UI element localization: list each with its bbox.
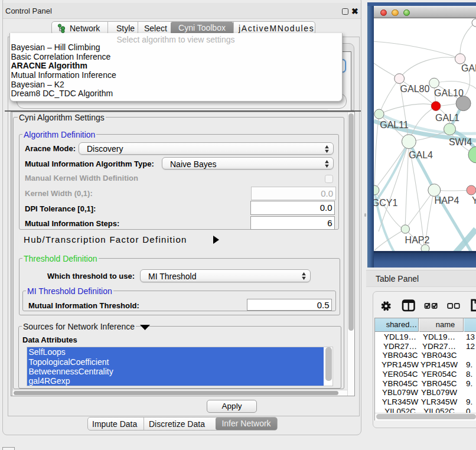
svg-text:GCY1: GCY1 [374, 198, 397, 208]
svg-text:GAL1: GAL1 [435, 113, 459, 123]
svg-text:GAL4: GAL4 [409, 150, 433, 160]
svg-text:GAL7: GAL7 [461, 63, 476, 73]
svg-text:SWI4: SWI4 [449, 137, 472, 147]
svg-text:GAL80: GAL80 [400, 84, 430, 94]
svg-text:Y: Y [472, 195, 476, 206]
svg-text:HAP2: HAP2 [405, 235, 430, 245]
svg-text:GAL10: GAL10 [434, 88, 464, 98]
svg-text:HAP4: HAP4 [435, 195, 459, 206]
svg-text:GAL11: GAL11 [380, 120, 409, 130]
